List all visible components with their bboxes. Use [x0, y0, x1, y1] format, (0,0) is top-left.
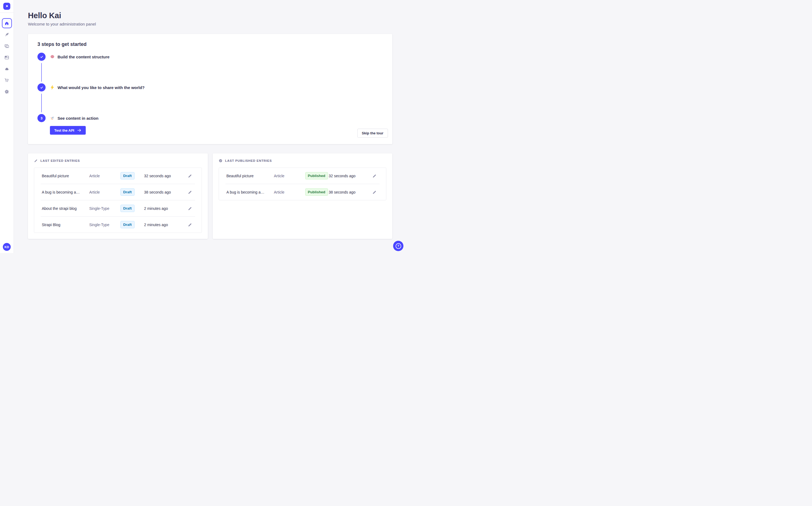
- pencil-icon: [188, 223, 192, 227]
- lightning-emoji-icon: [50, 85, 55, 90]
- last-edited-table: Beautiful picture Article Draft 32 secon…: [34, 167, 202, 233]
- onboarding-title: 3 steps to get started: [37, 41, 384, 47]
- entry-time: 32 seconds ago: [144, 174, 188, 178]
- sidebar: KD: [0, 0, 14, 253]
- layout-icon: [4, 55, 9, 60]
- status-badge: Draft: [120, 221, 134, 228]
- pencil-icon: [188, 206, 192, 210]
- status-badge: Draft: [120, 188, 134, 196]
- entry-kind: Single-Type: [89, 223, 120, 227]
- entry-time: 32 seconds ago: [329, 174, 373, 178]
- edit-entry-button[interactable]: [188, 223, 192, 227]
- entry-time: 2 minutes ago: [144, 206, 188, 210]
- user-avatar[interactable]: KD: [3, 243, 11, 251]
- sidebar-item-home[interactable]: [2, 18, 12, 28]
- feather-icon: [5, 32, 9, 37]
- step-3-number-circle: 3: [37, 114, 45, 122]
- entry-time: 38 seconds ago: [329, 190, 373, 194]
- status-badge: Draft: [120, 205, 134, 212]
- status-badge: Draft: [120, 172, 134, 179]
- edit-entry-button[interactable]: [372, 190, 377, 194]
- page-subtitle: Welcome to your administration panel: [28, 21, 392, 27]
- strapi-logo[interactable]: [3, 3, 10, 10]
- onboarding-step-1: Build the content structure: [37, 53, 384, 83]
- status-badge: Published: [305, 172, 328, 179]
- last-published-title: LAST PUBLISHED ENTRIES: [225, 159, 272, 162]
- edit-entry-button[interactable]: [188, 206, 192, 210]
- main-content: Hello Kai Welcome to your administration…: [14, 0, 406, 253]
- entry-title: A bug is becoming a…: [42, 190, 89, 194]
- entry-kind: Article: [89, 174, 120, 178]
- last-edited-box: LAST EDITED ENTRIES Beautiful picture Ar…: [28, 153, 208, 239]
- entry-time: 2 minutes ago: [144, 223, 188, 227]
- entry-title: Beautiful picture: [42, 174, 89, 178]
- question-icon: ?: [396, 243, 401, 249]
- gear-icon: [4, 89, 9, 94]
- cloud-icon: [4, 67, 9, 71]
- onboarding-step-2: What would you like to share with the wo…: [37, 83, 384, 114]
- step-3-label: See content in action: [58, 116, 98, 120]
- step-2-done-circle: [37, 83, 45, 91]
- entry-title: A bug is becoming a…: [226, 190, 274, 194]
- step-2-label: What would you like to share with the wo…: [58, 85, 144, 90]
- images-icon: [4, 44, 9, 49]
- home-icon: [4, 21, 9, 26]
- entry-kind: Article: [274, 190, 305, 194]
- check-circle-icon: [219, 159, 222, 163]
- pencil-icon: [372, 174, 377, 178]
- sidebar-item-settings[interactable]: [2, 87, 12, 97]
- pencil-icon: [188, 190, 192, 194]
- check-icon: [39, 55, 44, 59]
- skip-tour-button[interactable]: Skip the tour: [357, 129, 388, 138]
- help-button[interactable]: ?: [393, 241, 403, 251]
- entry-title: Beautiful picture: [226, 174, 274, 178]
- entry-time: 38 seconds ago: [144, 190, 188, 194]
- test-api-button[interactable]: Test the API: [50, 126, 86, 135]
- table-row[interactable]: Beautiful picture Article Draft 32 secon…: [34, 168, 202, 184]
- pencil-icon: [188, 174, 192, 178]
- page-title: Hello Kai: [28, 11, 392, 20]
- table-row[interactable]: Beautiful picture Article Published 32 s…: [219, 168, 386, 184]
- check-icon: [39, 86, 44, 90]
- step-1-rail: [37, 53, 45, 83]
- step-1-label: Build the content structure: [58, 55, 110, 59]
- sidebar-divider: [0, 12, 14, 13]
- sidebar-item-media-library[interactable]: [2, 41, 12, 51]
- entry-kind: Single-Type: [89, 206, 120, 210]
- step-3-number: 3: [40, 116, 42, 120]
- pencil-icon: [372, 190, 377, 194]
- last-edited-title: LAST EDITED ENTRIES: [40, 159, 80, 162]
- entry-kind: Article: [274, 174, 305, 178]
- sidebar-item-marketplace[interactable]: [2, 75, 12, 85]
- onboarding-card: 3 steps to get started: [28, 34, 392, 144]
- step-3-rail: 3: [37, 114, 45, 135]
- entry-title: About the strapi blog: [42, 206, 89, 210]
- table-row[interactable]: A bug is becoming a… Article Published 3…: [219, 184, 386, 200]
- sidebar-item-content-manager[interactable]: [2, 29, 12, 39]
- edit-entry-button[interactable]: [188, 190, 192, 194]
- brain-emoji-icon: [50, 54, 55, 59]
- step-2-rail: [37, 83, 45, 114]
- arrow-right-icon: [77, 128, 81, 133]
- step-connector: [41, 63, 42, 82]
- table-row[interactable]: A bug is becoming a… Article Draft 38 se…: [34, 184, 202, 200]
- entry-title: Strapi Blog: [42, 223, 89, 227]
- sidebar-item-content-type-builder[interactable]: [2, 53, 12, 63]
- edit-entry-button[interactable]: [372, 174, 377, 178]
- edit-entry-button[interactable]: [188, 174, 192, 178]
- sidebar-item-cloud[interactable]: [2, 64, 12, 74]
- onboarding-step-3: 3 See c: [37, 114, 384, 135]
- step-1-done-circle: [37, 53, 45, 61]
- onboarding-steps: Build the content structure: [37, 53, 384, 135]
- last-published-box: LAST PUBLISHED ENTRIES Beautiful picture…: [213, 153, 393, 239]
- rocket-emoji-icon: [50, 116, 55, 120]
- entries-section: LAST EDITED ENTRIES Beautiful picture Ar…: [28, 153, 392, 239]
- last-published-table: Beautiful picture Article Published 32 s…: [219, 167, 387, 200]
- table-row[interactable]: Strapi Blog Single-Type Draft 2 minutes …: [34, 217, 202, 233]
- cart-icon: [4, 78, 9, 83]
- strapi-logo-icon: [5, 4, 9, 8]
- table-row[interactable]: About the strapi blog Single-Type Draft …: [34, 200, 202, 216]
- sidebar-nav: [2, 18, 12, 97]
- entry-kind: Article: [89, 190, 120, 194]
- status-badge: Published: [305, 188, 328, 196]
